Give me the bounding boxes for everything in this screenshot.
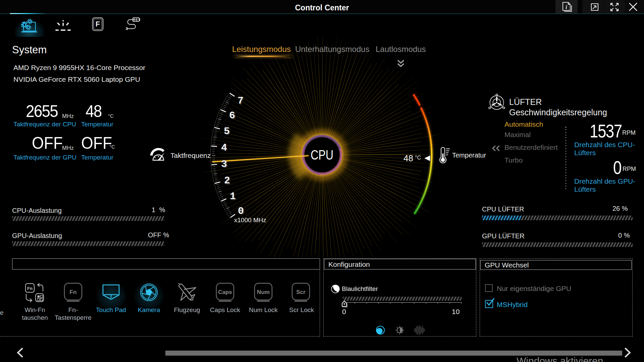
svg-text:6: 6 (229, 110, 235, 121)
svg-text:7: 7 (237, 95, 244, 107)
svg-text:2: 2 (224, 175, 230, 186)
svg-text:Scr: Scr (296, 289, 306, 295)
svg-text:CPU: CPU (311, 147, 333, 162)
svg-text:Fn: Fn (70, 289, 77, 295)
svg-text:4: 4 (221, 142, 227, 154)
svg-text:Fn: Fn (27, 286, 33, 291)
svg-text:Num: Num (257, 289, 270, 295)
svg-text:3: 3 (221, 159, 227, 170)
svg-text:Caps: Caps (218, 289, 232, 295)
svg-text:0: 0 (238, 205, 244, 217)
svg-text:5: 5 (224, 126, 230, 137)
svg-text:1: 1 (230, 191, 236, 202)
